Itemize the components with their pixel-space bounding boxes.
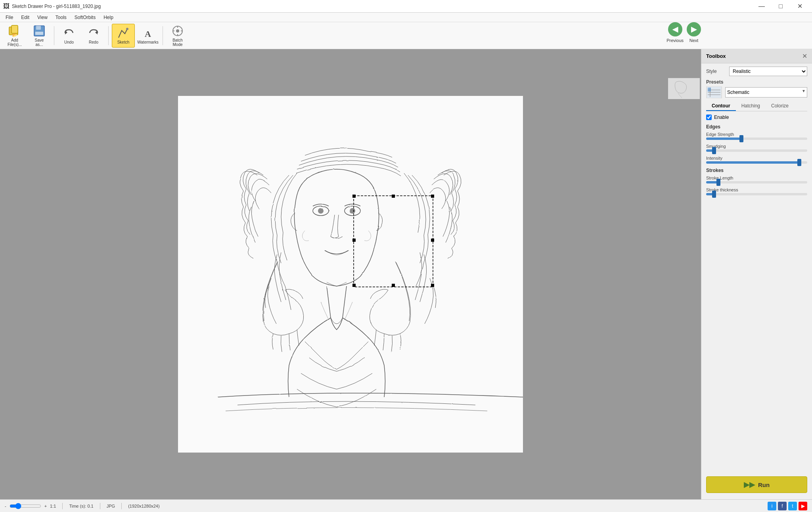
maximize-button[interactable]: □	[772, 0, 790, 12]
redo-icon	[87, 27, 100, 39]
sketch-image	[178, 96, 523, 453]
zoom-section: - + 1:1	[5, 503, 56, 509]
menu-file[interactable]: File	[2, 13, 17, 22]
next-label: Next	[689, 38, 699, 43]
sketch-button[interactable]: Sketch	[112, 24, 135, 48]
menu-tools[interactable]: Tools	[52, 13, 71, 22]
edge-strength-thumb[interactable]	[739, 135, 743, 142]
status-sep-3	[121, 503, 122, 509]
toolbox-spacer	[701, 203, 812, 470]
stroke-length-thumb[interactable]	[716, 179, 720, 186]
canvas-area	[0, 49, 701, 499]
add-files-icon: 📂	[8, 25, 21, 37]
menu-view[interactable]: View	[33, 13, 52, 22]
svg-rect-28	[352, 284, 356, 287]
undo-label: Undo	[64, 40, 74, 44]
window-controls: — □ ✕	[753, 0, 809, 12]
presets-section: Presets Schemat	[706, 79, 807, 98]
status-sep-2	[100, 503, 100, 509]
zoom-slider[interactable]	[10, 503, 41, 509]
svg-marker-7	[95, 31, 98, 34]
smudging-label: Smudging	[706, 144, 807, 149]
menu-bar: File Edit View Tools SoftOrbits Help	[0, 13, 812, 22]
dimensions-label: (1920x1280x24)	[128, 504, 160, 508]
app-icon: 🖼	[3, 3, 10, 10]
menu-edit[interactable]: Edit	[17, 13, 33, 22]
edges-section-title: Edges	[706, 124, 807, 130]
tab-hatching[interactable]: Hatching	[736, 101, 766, 111]
edge-strength-track[interactable]	[706, 138, 807, 140]
time-label: Time (s): 0.1	[69, 504, 93, 508]
svg-marker-6	[65, 31, 67, 34]
menu-help[interactable]: Help	[100, 13, 117, 22]
run-icon: ▶▶	[744, 480, 755, 489]
run-button[interactable]: ▶▶ Run	[706, 476, 807, 493]
zoom-label: 1:1	[50, 504, 56, 508]
smudging-thumb[interactable]	[712, 147, 716, 154]
svg-text:📂: 📂	[12, 32, 17, 37]
smudging-row: Smudging	[706, 144, 807, 152]
stroke-thickness-thumb[interactable]	[712, 191, 716, 198]
tab-colorize[interactable]: Colorize	[766, 101, 794, 111]
next-button[interactable]: ▶ Next	[687, 22, 701, 43]
facebook-button[interactable]: f	[778, 502, 787, 510]
presets-select[interactable]: Schematic Classic Modern Soft	[725, 87, 807, 97]
undo-button[interactable]: Undo	[57, 24, 80, 48]
svg-rect-23	[352, 195, 356, 198]
style-row: Style Realistic Artistic Comic Manga	[706, 67, 807, 76]
svg-point-11	[176, 29, 179, 32]
social-buttons: i f t ▶	[768, 502, 807, 510]
twitter-button[interactable]: t	[788, 502, 797, 510]
stroke-thickness-track[interactable]	[706, 193, 807, 195]
batch-mode-button[interactable]: Batch Mode	[166, 24, 189, 48]
format-label: JPG	[107, 504, 115, 508]
toolbox-close-button[interactable]: ✕	[802, 52, 807, 60]
tabs-row: Contour Hatching Colorize	[706, 101, 807, 111]
presets-icon	[706, 86, 722, 98]
intensity-track[interactable]	[706, 161, 807, 164]
save-as-button[interactable]: Save as...	[28, 24, 51, 48]
youtube-button[interactable]: ▶	[799, 502, 807, 510]
svg-rect-5	[35, 32, 43, 35]
redo-button[interactable]: Redo	[82, 24, 105, 48]
toolbox-panel: Toolbox ✕ Style Realistic Artistic Comic…	[701, 49, 812, 499]
svg-rect-25	[431, 195, 434, 198]
toolbox-header: Toolbox ✕	[701, 49, 812, 63]
enable-checkbox[interactable]	[706, 115, 712, 120]
add-files-button[interactable]: 📂 Add File(s)...	[3, 24, 26, 48]
style-section: Style Realistic Artistic Comic Manga Pre…	[701, 63, 812, 203]
style-label: Style	[706, 69, 726, 74]
menu-softorbits[interactable]: SoftOrbits	[71, 13, 100, 22]
enable-label: Enable	[714, 115, 729, 120]
svg-rect-30	[431, 284, 434, 287]
stroke-length-track[interactable]	[706, 181, 807, 183]
next-icon: ▶	[687, 22, 701, 36]
zoom-icon-minus: -	[5, 504, 6, 508]
presets-label: Presets	[706, 79, 807, 85]
intensity-label: Intensity	[706, 156, 807, 160]
window-title: Sketch Drawer Pro - girl-511883_1920.jpg	[12, 4, 101, 9]
minimize-button[interactable]: —	[753, 0, 771, 12]
tab-contour[interactable]: Contour	[706, 101, 736, 111]
undo-icon	[63, 27, 75, 39]
watermarks-label: Watermarks	[137, 40, 159, 44]
previous-icon: ◀	[668, 22, 682, 36]
svg-rect-29	[392, 284, 395, 287]
stroke-length-label: Stroke Length	[706, 176, 807, 180]
svg-text:A: A	[145, 29, 151, 39]
previous-button[interactable]: ◀ Previous	[666, 22, 684, 43]
stroke-thickness-label: Stroke thickness	[706, 187, 807, 192]
style-select[interactable]: Realistic Artistic Comic Manga	[729, 67, 807, 76]
presets-select-wrap: Schematic Classic Modern Soft	[725, 87, 807, 97]
intensity-thumb[interactable]	[797, 159, 801, 166]
preview-nav: ◀ Previous ▶ Next	[666, 22, 701, 43]
intensity-row: Intensity	[706, 156, 807, 164]
close-button[interactable]: ✕	[791, 0, 809, 12]
watermarks-icon: A	[142, 27, 154, 39]
status-bar: - + 1:1 Time (s): 0.1 JPG (1920x1280x24)…	[0, 499, 812, 512]
info-button[interactable]: i	[768, 502, 776, 510]
smudging-track[interactable]	[706, 149, 807, 152]
svg-rect-27	[431, 239, 434, 242]
watermarks-button[interactable]: A Watermarks	[136, 24, 159, 48]
batch-mode-label: Batch Mode	[172, 38, 183, 47]
